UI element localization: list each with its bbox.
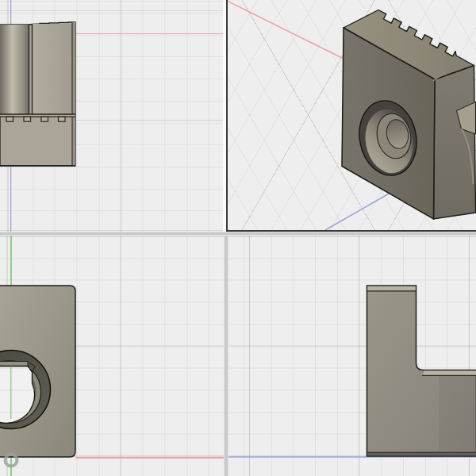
part-isometric-view[interactable]	[228, 0, 476, 230]
y-axis-line-blue-iso	[325, 193, 390, 230]
part-side-view[interactable]	[0, 0, 223, 232]
face-shading	[439, 376, 476, 452]
bottom-chamfer-strip	[367, 452, 476, 455]
upper-face	[33, 24, 72, 114]
hole-wall-shading	[0, 25, 29, 115]
viewport-bottom-left-ortho[interactable]	[0, 236, 224, 476]
viewport-top-left-ortho[interactable]	[0, 0, 223, 232]
viewport-divider-horizontal[interactable]	[0, 232, 476, 236]
cad-canvas-multiview	[0, 0, 476, 476]
part-right-face[interactable]	[433, 66, 475, 220]
top-facet-strip	[367, 286, 415, 291]
x-axis-line-red-iso	[228, 2, 344, 60]
step-facet-strip	[421, 370, 476, 375]
viewport-divider-vertical[interactable]	[224, 236, 228, 476]
viewport-bottom-right-ortho[interactable]	[228, 236, 476, 476]
part-profile-view[interactable]	[228, 236, 476, 476]
viewport-top-right-iso-active[interactable]	[226, 0, 476, 232]
part-front-view[interactable]	[0, 236, 224, 476]
hole-top-facet	[0, 362, 28, 367]
right-facet	[72, 22, 75, 166]
